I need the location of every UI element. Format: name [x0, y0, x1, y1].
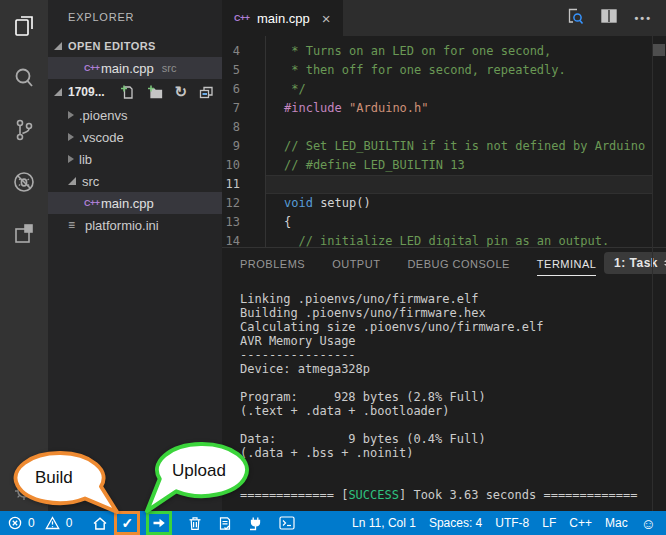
line-content [266, 118, 652, 137]
vscode-window: EXPLORER OPEN EDITORS C++ main.cpp src 1… [0, 0, 666, 535]
collapse-all-icon[interactable] [198, 84, 214, 100]
line-number: 14 [222, 232, 266, 247]
terminal-selector-dropdown[interactable]: 1: Task [604, 252, 666, 274]
code-line-13[interactable]: 13{ [222, 213, 666, 232]
tab-problems[interactable]: PROBLEMS [240, 252, 305, 275]
line-number: 9 [222, 137, 266, 156]
tree-item--pioenvs[interactable]: .pioenvs [48, 104, 222, 126]
line-content: { [266, 213, 652, 232]
tab-output[interactable]: OUTPUT [332, 252, 380, 275]
terminal-output[interactable]: Linking .pioenvs/uno/firmware.elfBuildin… [222, 279, 666, 502]
chevron-expanded-icon [54, 42, 62, 50]
editor-scrollbar-thumb[interactable] [653, 44, 665, 56]
warnings-icon[interactable] [45, 516, 60, 530]
bottom-panel: PROBLEMS OUTPUT DEBUG CONSOLE TERMINAL 1… [222, 247, 666, 511]
tree-item-label: main.cpp [101, 196, 154, 211]
line-number: 5 [222, 61, 266, 80]
refresh-icon[interactable]: ↻ [174, 83, 187, 101]
explorer-actions: ↻ [119, 83, 214, 101]
pio-home-icon[interactable] [92, 516, 108, 531]
line-number: 4 [222, 42, 266, 61]
terminal-line: (.text + .data + .bootloader) [240, 404, 666, 418]
pio-run-task-icon[interactable] [218, 516, 232, 531]
line-content [266, 175, 652, 194]
tree-item-src[interactable]: src [48, 170, 222, 192]
tree-item-platformio-ini[interactable]: ≡platformio.ini [48, 214, 222, 236]
feedback-smiley-icon[interactable]: ☺ [641, 516, 656, 531]
line-number: 11 [222, 175, 266, 194]
terminal-line: Data: 9 bytes (0.4% Full) [240, 432, 666, 446]
explorer-sidebar: EXPLORER OPEN EDITORS C++ main.cpp src 1… [48, 0, 222, 511]
code-line-6[interactable]: 6 */ [222, 80, 666, 99]
explorer-icon[interactable] [0, 0, 48, 52]
tree-item-lib[interactable]: lib [48, 148, 222, 170]
platform-env[interactable]: Mac [605, 516, 628, 530]
terminal-line [240, 376, 666, 390]
search-icon[interactable] [0, 52, 48, 104]
activity-bar [0, 0, 48, 511]
pio-clean-trash-icon[interactable] [188, 516, 202, 531]
indentation[interactable]: Spaces: 4 [429, 516, 482, 530]
tab-debug-console[interactable]: DEBUG CONSOLE [407, 252, 509, 275]
line-content: * Turns on an LED on for one second, [266, 42, 652, 61]
line-content: #include "Arduino.h" [266, 99, 652, 118]
split-editor-icon[interactable] [601, 9, 617, 27]
encoding[interactable]: UTF-8 [495, 516, 529, 530]
eol-sequence[interactable]: LF [542, 516, 556, 530]
line-number: 13 [222, 213, 266, 232]
code-line-9[interactable]: 9// Set LED_BUILTIN if it is not defined… [222, 137, 666, 156]
tree-item-label: .pioenvs [79, 108, 127, 123]
tab-main-cpp[interactable]: C++ main.cpp × [222, 0, 343, 36]
code-line-5[interactable]: 5 * then off for one second, repeatedly. [222, 61, 666, 80]
open-editor-item-main-cpp[interactable]: C++ main.cpp src [48, 57, 222, 79]
more-actions-icon[interactable]: ••• [634, 12, 652, 24]
cursor-position[interactable]: Ln 11, Col 1 [352, 516, 416, 530]
sidebar-title: EXPLORER [48, 0, 222, 35]
ini-file-icon: ≡ [68, 218, 85, 232]
debug-icon[interactable] [0, 156, 48, 208]
language-mode[interactable]: C++ [569, 516, 592, 530]
check-icon: ✓ [122, 515, 134, 531]
pio-serial-monitor-plug-icon[interactable] [248, 516, 263, 531]
code-line-14[interactable]: 14 // initialize LED digital pin as an o… [222, 232, 666, 247]
terminal-line: Linking .pioenvs/uno/firmware.elf [240, 292, 666, 306]
terminal-line: (.data + .bss + .noinit) [240, 446, 666, 460]
cpp-file-icon: C++ [84, 63, 101, 73]
source-control-icon[interactable] [0, 104, 48, 156]
project-root-header[interactable]: 1709... ↻ [48, 79, 222, 104]
line-number: 12 [222, 194, 266, 213]
cpp-file-icon: C++ [84, 198, 101, 208]
extensions-icon[interactable] [0, 208, 48, 260]
open-preview-icon[interactable] [567, 8, 584, 29]
tree-item-main-cpp[interactable]: C++main.cpp [48, 192, 222, 214]
new-file-icon[interactable] [119, 84, 135, 100]
tree-item-label: lib [79, 152, 92, 167]
chevron-expanded-icon [68, 177, 76, 185]
pio-terminal-icon[interactable] [279, 516, 295, 530]
errors-icon[interactable] [8, 516, 22, 530]
code-line-12[interactable]: 12void setup() [222, 194, 666, 213]
open-editor-file-label: main.cpp [101, 61, 154, 76]
pio-upload-button[interactable] [146, 511, 172, 535]
tree-item-label: .vscode [79, 130, 124, 145]
line-content: * then off for one second, repeatedly. [266, 61, 652, 80]
code-line-7[interactable]: 7#include "Arduino.h" [222, 99, 666, 118]
code-line-11[interactable]: 11 [222, 175, 666, 194]
tree-item--vscode[interactable]: .vscode [48, 126, 222, 148]
terminal-line: Building .pioenvs/uno/firmware.hex [240, 306, 666, 320]
code-line-4[interactable]: 4 * Turns on an LED on for one second, [222, 42, 666, 61]
tab-terminal[interactable]: TERMINAL [537, 252, 597, 276]
code-editor[interactable]: 3 *4 * Turns on an LED on for one second… [222, 36, 666, 247]
error-count[interactable]: 0 [28, 516, 35, 530]
code-line-10[interactable]: 10// #define LED_BUILTIN 13 [222, 156, 666, 175]
file-tree: .pioenvs.vscodelibsrcC++main.cpp≡platfor… [48, 104, 222, 236]
code-line-8[interactable]: 8 [222, 118, 666, 137]
terminal-line: Program: 928 bytes (2.8% Full) [240, 390, 666, 404]
close-icon[interactable]: × [322, 10, 331, 27]
tree-item-label: platformio.ini [85, 218, 159, 233]
new-folder-icon[interactable] [146, 84, 163, 100]
open-editors-header[interactable]: OPEN EDITORS [48, 35, 222, 57]
line-content: */ [266, 80, 652, 99]
warning-count[interactable]: 0 [66, 516, 73, 530]
build-callout-label: Build [35, 468, 73, 488]
